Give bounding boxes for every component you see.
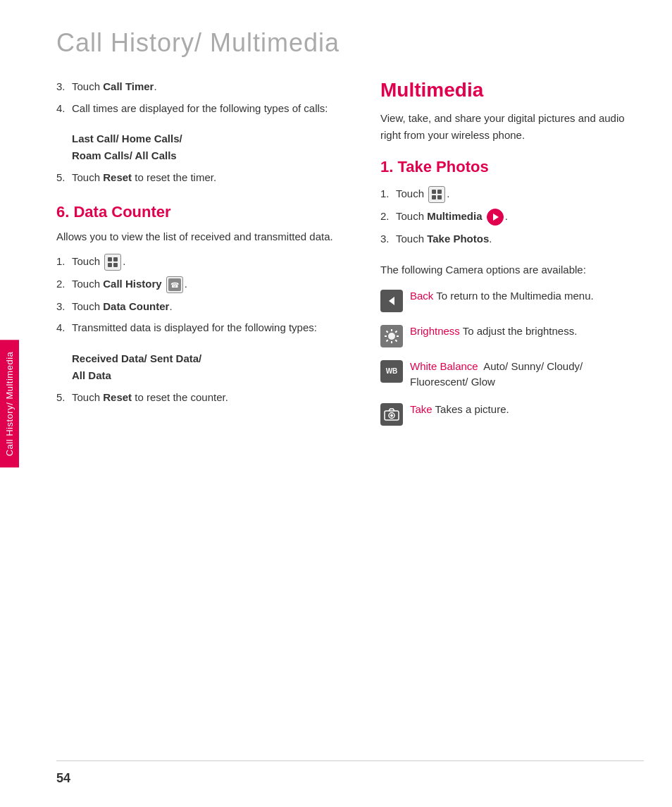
option-brightness: Brightness To adjust the brightness. bbox=[380, 324, 630, 347]
svg-point-15 bbox=[390, 414, 393, 417]
step-4-text: Call times are displayed for the followi… bbox=[72, 101, 328, 117]
step-3: 3. Touch Call Timer. bbox=[56, 79, 352, 95]
grid-dots-1 bbox=[106, 256, 119, 269]
step-5-list: 5. Touch Reset to reset the timer. bbox=[56, 170, 352, 186]
dc-step-4-number: 4. bbox=[56, 320, 72, 336]
data-counter-section: 6. Data Counter Allows you to view the l… bbox=[56, 203, 352, 406]
take-photos-heading: 1. Take Photos bbox=[380, 158, 630, 176]
wb-label: White Balance bbox=[410, 360, 478, 372]
option-wb: WB White Balance Auto/ Sunny/ Cloudy/ Fl… bbox=[380, 359, 630, 390]
dc-step-5-list: 5. Touch Reset to reset the counter. bbox=[56, 390, 352, 406]
page-divider bbox=[56, 760, 644, 761]
camera-svg bbox=[384, 408, 399, 421]
page-title: Call History/ Multimedia bbox=[0, 0, 672, 79]
brightness-svg bbox=[384, 328, 399, 344]
camera-options-list: Back To return to the Multimedia menu. bbox=[380, 288, 630, 426]
multimedia-heading: Multimedia bbox=[380, 79, 630, 101]
step-5-text: Touch Reset to reset the timer. bbox=[72, 170, 216, 186]
option-back: Back To return to the Multimedia menu. bbox=[380, 288, 630, 312]
step-4: 4. Call times are displayed for the foll… bbox=[56, 101, 352, 117]
tp-step-2-number: 2. bbox=[380, 209, 396, 225]
svg-line-9 bbox=[387, 331, 388, 332]
wb-option-text: White Balance Auto/ Sunny/ Cloudy/ Fluor… bbox=[410, 359, 630, 390]
dc-step-2-number: 2. bbox=[56, 276, 72, 292]
call-history-svg: ☎ bbox=[168, 278, 181, 291]
step-5: 5. Touch Reset to reset the timer. bbox=[56, 170, 352, 186]
svg-point-4 bbox=[388, 333, 395, 340]
tp-step-2: 2. Touch Multimedia . bbox=[380, 209, 630, 226]
data-types: Received Data/ Sent Data/All Data bbox=[72, 350, 352, 384]
dc-step-3: 3. Touch Data Counter. bbox=[56, 299, 352, 315]
tp-step-2-text: Touch Multimedia . bbox=[396, 209, 508, 226]
data-types-block: Received Data/ Sent Data/All Data bbox=[72, 350, 352, 384]
call-types: Last Call/ Home Calls/Roam Calls/ All Ca… bbox=[72, 130, 352, 164]
step-4-number: 4. bbox=[56, 101, 72, 117]
step-3-number: 3. bbox=[56, 79, 72, 95]
dc-step-1: 1. Touch . bbox=[56, 254, 352, 271]
page-number: 54 bbox=[56, 771, 70, 786]
step-3-text: Touch Call Timer. bbox=[72, 79, 157, 95]
data-counter-steps: 1. Touch . 2. Touc bbox=[56, 254, 352, 336]
dc-step-2-text: Touch Call History ☎ . bbox=[72, 276, 187, 293]
svg-marker-2 bbox=[493, 214, 499, 221]
brightness-label: Brightness bbox=[410, 325, 460, 337]
grid-icon-2 bbox=[428, 186, 445, 203]
dc-step-3-number: 3. bbox=[56, 299, 72, 315]
wb-icon: WB bbox=[380, 360, 403, 383]
take-photos-steps: 1. Touch . 2. Touch Multimedia bbox=[380, 186, 630, 247]
dc-step-4-text: Transmitted data is displayed for the fo… bbox=[72, 320, 317, 336]
step-5-number: 5. bbox=[56, 170, 72, 186]
svg-text:☎: ☎ bbox=[170, 281, 179, 289]
take-icon bbox=[380, 403, 403, 426]
brightness-icon bbox=[380, 325, 403, 347]
back-icon bbox=[380, 290, 403, 312]
grid-dots-2 bbox=[430, 188, 443, 201]
content-wrapper: 3. Touch Call Timer. 4. Call times are d… bbox=[0, 79, 672, 437]
back-label: Back bbox=[410, 290, 433, 302]
dc-step-5: 5. Touch Reset to reset the counter. bbox=[56, 390, 352, 406]
right-column: Multimedia View, take, and share your di… bbox=[380, 79, 630, 437]
grid-icon-1 bbox=[104, 254, 121, 271]
dc-step-1-number: 1. bbox=[56, 254, 72, 270]
call-types-block: Last Call/ Home Calls/Roam Calls/ All Ca… bbox=[72, 130, 352, 164]
call-timer-steps: 3. Touch Call Timer. 4. Call times are d… bbox=[56, 79, 352, 116]
brightness-option-text: Brightness To adjust the brightness. bbox=[410, 324, 577, 340]
left-column: 3. Touch Call Timer. 4. Call times are d… bbox=[56, 79, 352, 437]
dc-step-4: 4. Transmitted data is displayed for the… bbox=[56, 320, 352, 336]
multimedia-icon bbox=[487, 209, 504, 226]
dc-step-1-text: Touch . bbox=[72, 254, 125, 271]
sidebar-tab: Call History/ Multimedia bbox=[0, 340, 19, 467]
multimedia-description: View, take, and share your digital pictu… bbox=[380, 110, 630, 144]
data-counter-heading: 6. Data Counter bbox=[56, 203, 352, 221]
multimedia-section: Multimedia View, take, and share your di… bbox=[380, 79, 630, 144]
option-take: Take Takes a picture. bbox=[380, 402, 630, 426]
dc-step-2: 2. Touch Call History ☎ . bbox=[56, 276, 352, 293]
svg-marker-3 bbox=[389, 297, 394, 305]
tp-step-1-number: 1. bbox=[380, 186, 396, 202]
take-label: Take bbox=[410, 403, 433, 415]
camera-options-intro: The following Camera options are availab… bbox=[380, 261, 630, 278]
back-option-text: Back To return to the Multimedia menu. bbox=[410, 288, 594, 304]
tp-step-1-text: Touch . bbox=[396, 186, 449, 203]
call-history-icon: ☎ bbox=[166, 276, 183, 293]
take-option-text: Take Takes a picture. bbox=[410, 402, 509, 418]
tp-step-3: 3. Touch Take Photos. bbox=[380, 231, 630, 247]
dc-step-5-number: 5. bbox=[56, 390, 72, 406]
tp-step-3-text: Touch Take Photos. bbox=[396, 231, 492, 247]
svg-line-11 bbox=[395, 331, 397, 332]
multimedia-icon-svg bbox=[490, 212, 500, 222]
dc-step-3-text: Touch Data Counter. bbox=[72, 299, 173, 315]
svg-line-12 bbox=[387, 340, 388, 341]
back-arrow-svg bbox=[385, 294, 399, 308]
svg-line-10 bbox=[395, 340, 397, 341]
dc-step-5-text: Touch Reset to reset the counter. bbox=[72, 390, 228, 406]
tp-step-3-number: 3. bbox=[380, 231, 396, 247]
data-counter-description: Allows you to view the list of received … bbox=[56, 228, 352, 245]
tp-step-1: 1. Touch . bbox=[380, 186, 630, 203]
